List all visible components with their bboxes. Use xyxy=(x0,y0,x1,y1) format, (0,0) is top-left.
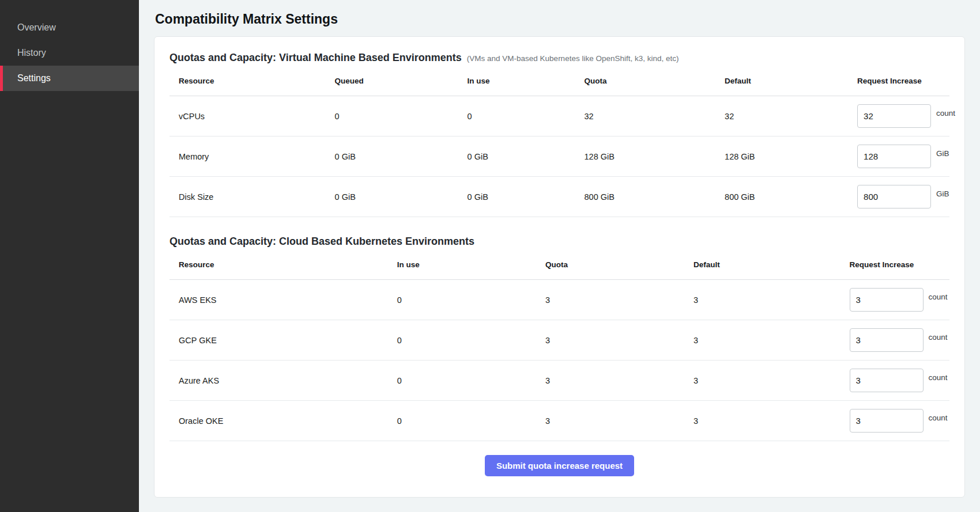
cell-default: 3 xyxy=(684,361,840,401)
submit-quota-increase-button[interactable]: Submit quota increase request xyxy=(485,455,634,476)
vm-col-header-quota: Quota xyxy=(575,67,716,96)
cell-in-use: 0 xyxy=(388,361,536,401)
unit-label: count xyxy=(936,109,955,117)
cell-queued: 0 GiB xyxy=(326,177,458,217)
cell-in-use: 0 xyxy=(388,280,536,320)
vm-col-header-request-increase: Request Increase xyxy=(848,67,949,96)
table-row: Azure AKS 0 3 3 count xyxy=(169,361,949,401)
table-row: vCPUs 0 0 32 32 count xyxy=(169,96,949,136)
cell-quota: 3 xyxy=(536,280,684,320)
cell-request-increase: count xyxy=(848,96,949,136)
unit-label: count xyxy=(929,333,948,342)
cell-default: 3 xyxy=(684,320,840,361)
vm-col-header-in-use: In use xyxy=(458,67,575,96)
page-title: Compatibility Matrix Settings xyxy=(155,12,965,27)
settings-card: Quotas and Capacity: Virtual Machine Bas… xyxy=(154,36,965,498)
table-row: Memory 0 GiB 0 GiB 128 GiB 128 GiB GiB xyxy=(169,136,949,177)
cell-request-increase: count xyxy=(840,280,949,320)
cell-quota: 3 xyxy=(536,401,684,441)
vcpus-request-input[interactable] xyxy=(857,104,931,128)
cell-request-increase: GiB xyxy=(848,177,949,217)
button-row: Submit quota increase request xyxy=(169,441,949,484)
table-row: GCP GKE 0 3 3 count xyxy=(169,320,949,361)
vm-table-header-row: Resource Queued In use Quota Default Req… xyxy=(169,67,949,96)
vm-section-title: Quotas and Capacity: Virtual Machine Bas… xyxy=(169,52,462,64)
memory-request-input[interactable] xyxy=(857,145,931,168)
unit-label: count xyxy=(929,293,948,301)
sidebar-item-settings[interactable]: Settings xyxy=(0,66,139,91)
cell-request-increase: count xyxy=(840,361,949,401)
vm-section-subtitle: (VMs and VM-based Kubernetes like OpenSh… xyxy=(467,54,679,63)
table-row: Disk Size 0 GiB 0 GiB 800 GiB 800 GiB Gi… xyxy=(169,177,949,217)
cell-in-use: 0 xyxy=(388,401,536,441)
cell-in-use: 0 xyxy=(458,96,575,136)
cell-request-increase: GiB xyxy=(848,136,949,177)
cell-resource: Oracle OKE xyxy=(169,401,388,441)
cell-quota: 800 GiB xyxy=(575,177,716,217)
sidebar: Overview History Settings xyxy=(0,0,139,512)
cell-in-use: 0 xyxy=(388,320,536,361)
cell-in-use: 0 GiB xyxy=(458,177,575,217)
disk-size-request-input[interactable] xyxy=(857,185,931,208)
cloud-col-header-quota: Quota xyxy=(536,251,684,280)
oracle-oke-request-input[interactable] xyxy=(850,409,924,433)
cloud-section-header: Quotas and Capacity: Cloud Based Kuberne… xyxy=(169,236,949,248)
cloud-quota-table: Resource In use Quota Default Request In… xyxy=(169,251,949,441)
cell-resource: vCPUs xyxy=(169,96,326,136)
sidebar-item-history[interactable]: History xyxy=(0,40,139,66)
vm-quota-table: Resource Queued In use Quota Default Req… xyxy=(169,67,949,217)
table-row: AWS EKS 0 3 3 count xyxy=(169,280,949,320)
vm-col-header-default: Default xyxy=(715,67,848,96)
cell-default: 3 xyxy=(684,401,840,441)
table-row: Oracle OKE 0 3 3 count xyxy=(169,401,949,441)
cell-resource: AWS EKS xyxy=(169,280,388,320)
cell-resource: Disk Size xyxy=(169,177,326,217)
cell-request-increase: count xyxy=(840,320,949,361)
cloud-col-header-default: Default xyxy=(684,251,840,280)
unit-label: GiB xyxy=(936,189,949,198)
cell-queued: 0 GiB xyxy=(326,136,458,177)
cloud-col-header-in-use: In use xyxy=(388,251,536,280)
azure-aks-request-input[interactable] xyxy=(850,369,924,392)
unit-label: count xyxy=(929,373,948,382)
main-content: Compatibility Matrix Settings Quotas and… xyxy=(139,0,980,512)
vm-section-header: Quotas and Capacity: Virtual Machine Bas… xyxy=(169,52,949,64)
unit-label: count xyxy=(929,414,948,422)
cloud-col-header-request-increase: Request Increase xyxy=(840,251,949,280)
cell-quota: 3 xyxy=(536,361,684,401)
cell-default: 128 GiB xyxy=(715,136,848,177)
cell-request-increase: count xyxy=(840,401,949,441)
cell-quota: 32 xyxy=(575,96,716,136)
cell-resource: Azure AKS xyxy=(169,361,388,401)
cell-quota: 128 GiB xyxy=(575,136,716,177)
cell-quota: 3 xyxy=(536,320,684,361)
cloud-table-header-row: Resource In use Quota Default Request In… xyxy=(169,251,949,280)
cell-in-use: 0 GiB xyxy=(458,136,575,177)
cell-queued: 0 xyxy=(326,96,458,136)
cell-default: 3 xyxy=(684,280,840,320)
vm-col-header-queued: Queued xyxy=(326,67,458,96)
unit-label: GiB xyxy=(936,149,949,158)
aws-eks-request-input[interactable] xyxy=(850,288,924,312)
cell-resource: Memory xyxy=(169,136,326,177)
cell-default: 800 GiB xyxy=(715,177,848,217)
gcp-gke-request-input[interactable] xyxy=(850,328,924,352)
vm-col-header-resource: Resource xyxy=(169,67,326,96)
cell-default: 32 xyxy=(715,96,848,136)
cell-resource: GCP GKE xyxy=(169,320,388,361)
cloud-col-header-resource: Resource xyxy=(169,251,388,280)
sidebar-item-overview[interactable]: Overview xyxy=(0,15,139,40)
cloud-section-title: Quotas and Capacity: Cloud Based Kuberne… xyxy=(169,236,474,248)
